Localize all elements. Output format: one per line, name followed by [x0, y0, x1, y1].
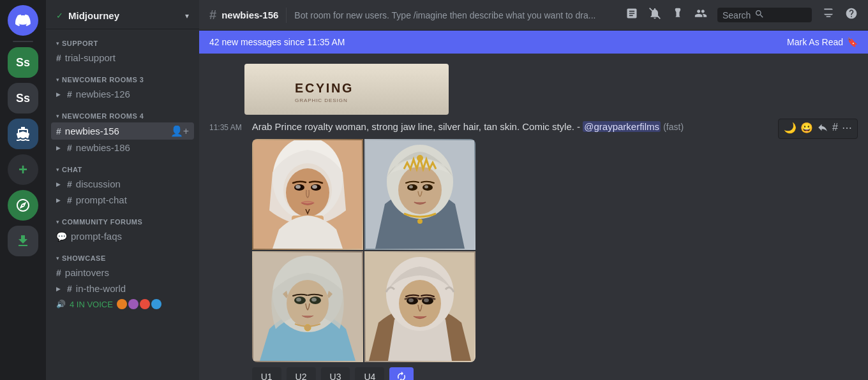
svg-point-27 — [311, 298, 317, 302]
inbox-icon[interactable] — [822, 7, 835, 23]
server-icon-discord[interactable] — [8, 5, 38, 36]
server-check-icon: ✓ — [56, 11, 63, 20]
image-cell-3[interactable] — [252, 251, 363, 362]
channel-item-trial-support[interactable]: # trial-support — [51, 50, 194, 66]
moon-emoji-icon[interactable]: 🌙 — [784, 122, 797, 136]
threads-icon[interactable] — [625, 7, 638, 23]
section-label-showcase: SHOWCASE — [62, 254, 106, 262]
hash-icon-6: # — [67, 195, 72, 205]
svg-point-9 — [296, 185, 301, 189]
server-icon-ss1[interactable]: Ss — [8, 47, 38, 78]
voice-avatar-4 — [151, 299, 161, 309]
section-arrow-newcomer3: ▾ — [56, 77, 59, 83]
bookmark-icon: 🔖 — [847, 37, 858, 47]
server-icon-add[interactable]: + — [8, 154, 38, 185]
channel-item-newbies-156[interactable]: # newbies-156 👤+ — [51, 122, 194, 140]
messages-area[interactable]: ECYING GRAPHIC DESIGN 11:35 AM Arab Prin… — [199, 54, 868, 380]
channel-name-trial-support: trial-support — [65, 52, 116, 63]
channel-item-discussion[interactable]: ▶ # discussion — [51, 176, 194, 192]
hash-icon-3: # — [56, 126, 61, 136]
hash-icon-8: # — [67, 284, 72, 294]
refresh-button[interactable] — [389, 367, 414, 380]
section-header-support[interactable]: ▾ SUPPORT — [51, 40, 194, 50]
svg-point-6 — [286, 168, 329, 217]
search-icon — [754, 9, 765, 21]
section-header-newcomer4[interactable]: ▾ NEWCOMER ROOMS 4 — [51, 112, 194, 122]
search-box[interactable]: Search — [717, 8, 812, 22]
partial-image-container: ECYING GRAPHIC DESIGN — [244, 64, 858, 115]
section-showcase: ▾ SHOWCASE # paintovers ▶ # in-the-world… — [46, 244, 199, 312]
section-header-newcomer3[interactable]: ▾ NEWCOMER ROOMS 3 — [51, 76, 194, 86]
u4-button[interactable]: U4 — [355, 367, 384, 380]
channel-item-prompt-chat[interactable]: ▶ # prompt-chat — [51, 192, 194, 208]
channel-arrow-icon-4: ▶ — [56, 197, 61, 203]
svg-point-20 — [417, 219, 423, 224]
message-header-row: Arab Prince royalty woman, strong jaw li… — [252, 120, 858, 134]
channel-item-in-the-world[interactable]: ▶ # in-the-world — [51, 281, 194, 296]
section-label-forums: COMMUNITY FORUMS — [62, 218, 142, 226]
help-icon[interactable] — [845, 7, 858, 23]
server-sidebar: Ss Ss + — [0, 0, 46, 380]
server-icon-download[interactable] — [8, 226, 38, 256]
channel-item-newbies-126[interactable]: ▶ # newbies-126 — [51, 86, 194, 102]
server-icon-label: Ss — [16, 56, 30, 69]
hash-icon-7: # — [56, 268, 61, 278]
chevron-down-icon: ▾ — [185, 11, 189, 20]
message-body-text: Arab Prince royalty woman, strong jaw li… — [252, 120, 684, 134]
channel-arrow-icon-3: ▶ — [56, 181, 61, 187]
channel-name-paintovers: paintovers — [65, 267, 109, 278]
mark-as-read-button[interactable]: Mark As Read 🔖 — [787, 37, 858, 47]
section-newcomer4: ▾ NEWCOMER ROOMS 4 # newbies-156 👤+ ▶ # … — [46, 102, 199, 156]
topbar-divider — [286, 8, 287, 23]
channel-item-newbies-186[interactable]: ▶ # newbies-186 — [51, 140, 194, 156]
image-cell-4[interactable] — [364, 251, 475, 362]
section-arrow-showcase: ▾ — [56, 255, 59, 261]
section-header-showcase[interactable]: ▾ SHOWCASE — [51, 254, 194, 265]
channel-item-prompt-faqs[interactable]: 💬 prompt-faqs — [51, 228, 194, 244]
server-icon-boat[interactable] — [8, 119, 38, 149]
image-grid — [252, 139, 475, 362]
members-icon[interactable] — [694, 7, 707, 23]
svg-point-15 — [417, 155, 423, 161]
message-mention[interactable]: @grayparkerfilms — [583, 121, 661, 132]
more-options-icon[interactable]: ⋯ — [842, 122, 852, 136]
hash-icon-4: # — [67, 143, 72, 153]
voice-channel[interactable]: 🔊 4 IN VOICE — [51, 296, 194, 312]
image-cell-1[interactable] — [252, 139, 363, 250]
u3-button[interactable]: U3 — [321, 367, 350, 380]
message-timestamp-col: 11:35 AM — [209, 120, 247, 133]
message-speed: (fast) — [663, 122, 684, 132]
image-cell-2[interactable] — [364, 139, 475, 250]
svg-point-10 — [312, 185, 317, 189]
channel-name-newbies-126: newbies-126 — [76, 89, 130, 99]
mute-icon[interactable] — [648, 7, 661, 23]
section-chat: ▾ CHAT ▶ # discussion ▶ # prompt-chat — [46, 156, 199, 208]
svg-text:ECYING: ECYING — [295, 81, 354, 95]
server-icon-ss2[interactable]: Ss — [8, 83, 38, 113]
channel-sidebar: ✓ Midjourney ▾ ▾ SUPPORT # trial-support… — [46, 0, 199, 380]
action-buttons: U1 U2 U3 U4 — [252, 367, 858, 380]
u1-button[interactable]: U1 — [252, 367, 281, 380]
section-label-support: SUPPORT — [62, 40, 98, 47]
section-header-forums[interactable]: ▾ COMMUNITY FORUMS — [51, 218, 194, 228]
emoji-icon[interactable]: 😀 — [800, 122, 813, 136]
pin-icon[interactable] — [671, 7, 684, 23]
channel-item-paintovers[interactable]: # paintovers — [51, 265, 194, 281]
reply-icon[interactable] — [817, 122, 828, 136]
server-icon-discover[interactable] — [8, 190, 38, 221]
server-divider — [13, 41, 33, 42]
message-timestamp: 11:35 AM — [209, 123, 242, 132]
section-header-chat[interactable]: ▾ CHAT — [51, 166, 194, 176]
svg-point-28 — [304, 325, 311, 331]
section-newcomer3: ▾ NEWCOMER ROOMS 3 ▶ # newbies-126 — [46, 66, 199, 102]
svg-point-14 — [398, 166, 442, 214]
hash-action-icon[interactable]: # — [832, 122, 838, 136]
section-forums: ▾ COMMUNITY FORUMS 💬 prompt-faqs — [46, 208, 199, 244]
add-user-icon[interactable]: 👤+ — [170, 125, 189, 137]
server-header[interactable]: ✓ Midjourney ▾ — [46, 0, 199, 29]
svg-point-31 — [399, 280, 441, 327]
section-arrow-forums: ▾ — [56, 219, 59, 225]
voice-label: 4 IN VOICE — [70, 300, 113, 309]
u2-button[interactable]: U2 — [287, 367, 316, 380]
mark-as-read-label: Mark As Read — [787, 37, 843, 47]
